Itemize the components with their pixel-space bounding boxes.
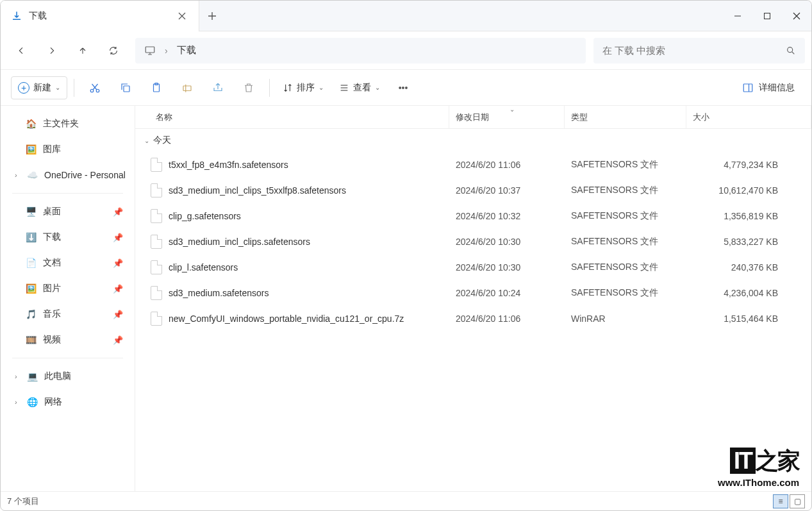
desktop-icon: 🖥️ [25, 206, 37, 217]
close-tab-button[interactable] [173, 7, 191, 25]
svg-point-2 [788, 47, 793, 52]
minimize-button[interactable] [723, 1, 752, 31]
sidebar-divider [12, 193, 123, 194]
sidebar-item-videos[interactable]: 🎞️视频📌 [3, 327, 132, 353]
file-date: 2024/6/20 10:24 [449, 288, 565, 298]
file-type: SAFETENSORS 文件 [565, 210, 686, 222]
sidebar-item-music[interactable]: 🎵音乐📌 [3, 301, 132, 327]
column-type[interactable]: 类型 [565, 106, 686, 128]
file-size: 240,376 KB [686, 262, 811, 272]
search-input[interactable] [602, 45, 786, 56]
file-name: clip_l.safetensors [169, 262, 238, 272]
group-today[interactable]: ⌄今天 [135, 129, 811, 152]
file-size: 4,779,234 KB [686, 160, 811, 170]
file-size: 5,833,227 KB [686, 237, 811, 247]
file-row[interactable]: clip_l.safetensors2024/6/20 10:30SAFETEN… [135, 255, 811, 280]
chevron-right-icon[interactable]: › [15, 171, 24, 179]
breadcrumb-separator: › [165, 46, 168, 56]
rename-button[interactable] [173, 76, 201, 99]
forward-button[interactable] [38, 38, 66, 63]
share-button[interactable] [204, 76, 232, 99]
file-row[interactable]: new_ComfyUI_windows_portable_nvidia_cu12… [135, 306, 811, 331]
column-size[interactable]: 大小 [686, 106, 811, 128]
svg-rect-5 [124, 86, 129, 92]
breadcrumb-downloads[interactable]: 下载 [177, 44, 196, 56]
file-row[interactable]: t5xxl_fp8_e4m3fn.safetensors2024/6/20 11… [135, 152, 811, 178]
pin-icon[interactable]: 📌 [113, 335, 123, 345]
close-window-button[interactable] [782, 1, 811, 31]
tab-downloads[interactable]: 下载 [1, 1, 199, 31]
more-button[interactable]: ••• [389, 76, 417, 99]
pin-icon[interactable]: 📌 [113, 310, 123, 319]
file-date: 2024/6/20 10:32 [449, 211, 565, 221]
file-list[interactable]: ⌄今天 t5xxl_fp8_e4m3fn.safetensors2024/6/2… [135, 129, 811, 491]
monitor-icon [144, 45, 156, 56]
sort-indicator-icon: ⌄ [510, 106, 515, 113]
copy-button[interactable] [112, 76, 140, 99]
sidebar-item-gallery[interactable]: 🖼️图库 [3, 137, 132, 162]
sidebar-item-documents[interactable]: 📄文档📌 [3, 250, 132, 276]
address-bar[interactable]: › 下载 [135, 38, 586, 63]
pin-icon[interactable]: 📌 [113, 284, 123, 294]
sidebar-item-desktop[interactable]: 🖥️桌面📌 [3, 199, 132, 224]
file-icon [151, 209, 162, 223]
back-button[interactable] [7, 38, 35, 63]
pin-icon[interactable]: 📌 [113, 258, 123, 268]
column-date[interactable]: 修改日期 [449, 106, 565, 128]
new-tab-button[interactable] [199, 12, 225, 21]
music-icon: 🎵 [25, 308, 37, 320]
documents-icon: 📄 [25, 257, 37, 269]
delete-button[interactable] [235, 76, 263, 99]
icons-view-button[interactable]: ▢ [790, 494, 805, 508]
up-button[interactable] [69, 38, 97, 63]
cut-button[interactable] [81, 76, 109, 99]
pictures-icon: 🖼️ [25, 283, 37, 294]
maximize-button[interactable] [752, 1, 782, 31]
file-icon [151, 235, 162, 249]
sidebar-item-downloads[interactable]: ⬇️下载📌 [3, 224, 132, 250]
file-name: t5xxl_fp8_e4m3fn.safetensors [169, 160, 288, 170]
refresh-button[interactable] [99, 38, 128, 63]
svg-rect-1 [145, 47, 154, 53]
column-name[interactable]: 名称 [135, 106, 449, 128]
search-box[interactable] [593, 38, 805, 63]
file-type: WinRAR [565, 314, 686, 324]
file-name: new_ComfyUI_windows_portable_nvidia_cu12… [169, 314, 404, 324]
sort-button-label: 排序 [297, 82, 315, 94]
file-row[interactable]: sd3_medium_incl_clips.safetensors2024/6/… [135, 229, 811, 255]
svg-rect-9 [743, 84, 752, 92]
sidebar-item-thispc[interactable]: ›💻此电脑 [3, 364, 132, 389]
pin-icon[interactable]: 📌 [113, 233, 123, 242]
file-type: SAFETENSORS 文件 [565, 262, 686, 273]
view-mode-switch: ≡ ▢ [773, 494, 805, 508]
paste-button[interactable] [142, 76, 170, 99]
sidebar-item-pictures[interactable]: 🖼️图片📌 [3, 276, 132, 301]
home-icon: 🏠 [25, 118, 37, 130]
sidebar-item-onedrive[interactable]: ›☁️OneDrive - Personal [3, 162, 132, 188]
titlebar: 下载 [1, 1, 811, 31]
view-button[interactable]: 查看 ⌄ [333, 76, 386, 99]
file-size: 1,515,464 KB [686, 314, 811, 324]
toolbar-separator [74, 79, 74, 97]
new-button[interactable]: + 新建 ⌄ [11, 76, 67, 99]
chevron-down-icon: ⌄ [55, 84, 60, 91]
file-row[interactable]: clip_g.safetensors2024/6/20 10:32SAFETEN… [135, 203, 811, 229]
details-pane-label: 详细信息 [759, 82, 795, 94]
file-name: clip_g.safetensors [169, 211, 241, 221]
sidebar-item-network[interactable]: ›🌐网络 [3, 389, 132, 415]
file-row[interactable]: sd3_medium_incl_clips_t5xxlfp8.safetenso… [135, 178, 811, 203]
thispc-icon: 💻 [26, 371, 38, 382]
chevron-right-icon[interactable]: › [15, 373, 24, 380]
sidebar-item-home[interactable]: 🏠主文件夹 [3, 111, 132, 137]
details-pane-button[interactable]: 详细信息 [736, 82, 801, 94]
sort-button[interactable]: 排序 ⌄ [276, 76, 330, 99]
file-row[interactable]: sd3_medium.safetensors2024/6/20 10:24SAF… [135, 280, 811, 306]
file-icon [151, 286, 162, 300]
file-name: sd3_medium.safetensors [169, 288, 269, 298]
svg-rect-8 [183, 86, 191, 91]
network-icon: 🌐 [26, 396, 38, 408]
details-view-button[interactable]: ≡ [773, 494, 788, 508]
chevron-right-icon[interactable]: › [15, 398, 24, 406]
chevron-down-icon: ⌄ [375, 84, 380, 91]
pin-icon[interactable]: 📌 [113, 207, 123, 217]
